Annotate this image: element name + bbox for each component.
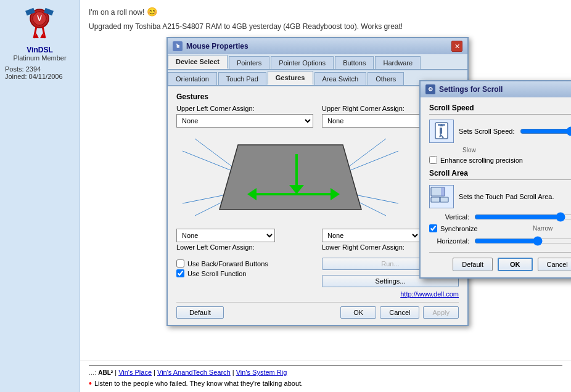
scroll-titlebar-left: ⚙ Settings for Scroll: [425, 84, 503, 94]
lower-left-label: Lower Left Corner Assign:: [176, 243, 313, 251]
horizontal-slider[interactable]: [474, 236, 571, 246]
scroll-function-label: Use Scroll Function: [187, 270, 246, 277]
titlebar-left: 🖱 Mouse Properties: [173, 41, 249, 51]
mouse-tab-bar: Device Select Pointers Pointer Options B…: [168, 54, 467, 70]
footer-quote: Listen to the people who failed. They kn…: [94, 380, 303, 387]
narrow-label: Narrow: [533, 225, 553, 232]
scroll-speed-label: Sets Scroll Speed:: [459, 128, 515, 135]
scroll-area-row: Sets the Touch Pad Scroll Area.: [429, 185, 571, 208]
scroll-speed-row: Sets Scroll Speed:: [429, 120, 571, 143]
lower-assign-row: None Lower Left Corner Assign: None Lowe…: [176, 229, 459, 253]
sync-label: Synchronize: [440, 225, 478, 232]
scroll-dialog-titlebar: ⚙ Settings for Scroll ✕: [421, 81, 571, 97]
svg-rect-11: [440, 128, 442, 134]
lower-right-select[interactable]: None: [322, 229, 421, 242]
tab-gestures[interactable]: Gestures: [268, 71, 313, 85]
horizontal-row: Horizontal:: [429, 236, 571, 246]
sync-checkbox[interactable]: [429, 224, 437, 232]
sidebar: V VinDSL Platinum Member Posts: 2394 Joi…: [0, 0, 80, 392]
user-rank: Platinum Member: [5, 54, 75, 62]
forum-footer: ...: ABL² | Vin's Place | Vin's AnandTec…: [80, 361, 571, 392]
bullet-icon: •: [89, 378, 92, 388]
mouse-dialog-title: Mouse Properties: [186, 42, 249, 51]
gestures-section-title: Gestures: [176, 92, 459, 101]
tab-hardware[interactable]: Hardware: [375, 56, 421, 69]
tab-area-switch[interactable]: Area Switch: [314, 72, 367, 85]
options-row: Use Back/Forward Buttons Use Scroll Func…: [176, 258, 459, 287]
back-forward-row: Use Back/Forward Buttons: [176, 259, 313, 267]
scroll-speed-slider[interactable]: [520, 126, 572, 136]
vertical-row: Vertical:: [429, 212, 571, 222]
user-joined: Joined: 04/11/2006: [5, 73, 75, 80]
ok-cancel-row: OK Cancel Apply: [340, 306, 459, 319]
anandtech-link[interactable]: Vin's AnandTech Search: [157, 369, 231, 376]
scroll-speed-icon: [429, 120, 454, 143]
enhance-label: Enhance scrolling precision: [440, 157, 523, 164]
svg-rect-17: [440, 197, 448, 202]
cancel-button[interactable]: Cancel: [380, 306, 419, 319]
back-forward-checkbox[interactable]: [176, 259, 184, 267]
tab-pointer-options[interactable]: Pointer Options: [271, 56, 334, 69]
system-rig-link[interactable]: Vin's System Rig: [236, 369, 287, 376]
upper-assign-row: Upper Left Corner Assign: None Upper Rig…: [176, 105, 459, 128]
ok-button[interactable]: OK: [340, 306, 376, 319]
footer-prefix: ...:: [89, 369, 98, 376]
lower-left-col: None Lower Left Corner Assign:: [176, 229, 313, 253]
upper-left-label: Upper Left Corner Assign:: [176, 105, 313, 112]
bottom-btn-row: Default OK Cancel Apply: [176, 302, 459, 319]
tab-device-select[interactable]: Device Select: [168, 55, 228, 69]
upper-left-col: Upper Left Corner Assign: None: [176, 105, 313, 128]
scroll-btn-row: Default OK Cancel: [429, 252, 571, 271]
footer-quote-row: • Listen to the people who failed. They …: [89, 378, 562, 388]
horizontal-label: Horizontal:: [429, 237, 469, 245]
scroll-area-icon: [429, 185, 454, 208]
user-posts: Posts: 2394: [5, 65, 75, 73]
post-line2: Upgraded my Toshiba A215-S4807 RAM to 4G…: [89, 21, 562, 33]
apply-button[interactable]: Apply: [423, 306, 459, 319]
slow-label: Slow: [462, 147, 476, 153]
touchpad-graphic-container: [176, 133, 459, 225]
checkboxes-col: Use Back/Forward Buttons Use Scroll Func…: [176, 258, 313, 287]
enhance-checkbox[interactable]: [429, 156, 437, 164]
scroll-function-checkbox[interactable]: [176, 269, 184, 277]
tab-touch-pad[interactable]: Touch Pad: [218, 72, 266, 85]
default-button[interactable]: Default: [176, 306, 224, 319]
svg-text:V: V: [37, 14, 42, 23]
dell-link[interactable]: http://www.dell.com: [400, 290, 459, 298]
sync-row: Synchronize Narrow Wide: [429, 224, 571, 232]
scroll-area-label: Sets the Touch Pad Scroll Area.: [459, 193, 554, 200]
vertical-label: Vertical:: [429, 213, 469, 221]
scroll-area-svg: [430, 186, 453, 207]
post-line1: I'm on a roll now! 😊: [89, 5, 562, 18]
tab-pointers[interactable]: Pointers: [229, 56, 269, 69]
scroll-icon-title: ⚙: [425, 84, 435, 94]
enhance-scroll-row: Enhance scrolling precision: [429, 156, 571, 164]
mouse-dialog-close[interactable]: ✕: [451, 41, 462, 52]
scroll-speed-title: Scroll Speed: [429, 104, 571, 115]
mouse-dialog-titlebar: 🖱 Mouse Properties ✕: [168, 38, 467, 54]
scroll-ok-button[interactable]: OK: [498, 258, 533, 271]
abl-text: ABL²: [98, 369, 113, 376]
scroll-dialog-title: Settings for Scroll: [439, 85, 503, 94]
tab-buttons[interactable]: Buttons: [335, 56, 374, 69]
vins-place-link[interactable]: Vin's Place: [118, 369, 152, 376]
lower-left-select[interactable]: None: [176, 229, 275, 242]
upper-left-select[interactable]: None: [176, 114, 313, 128]
scroll-default-button[interactable]: Default: [453, 258, 493, 271]
touchpad-canvas: [176, 133, 405, 222]
svg-rect-16: [431, 197, 440, 202]
scroll-settings-dialog: ⚙ Settings for Scroll ✕ Scroll Speed: [419, 80, 571, 279]
tab-orientation[interactable]: Orientation: [168, 72, 217, 85]
back-forward-label: Use Back/Forward Buttons: [187, 260, 268, 267]
main-content: I'm on a roll now! 😊 Upgraded my Toshiba…: [80, 0, 571, 392]
scroll-dialog-body: Scroll Speed Sets: [421, 97, 571, 277]
vertical-slider[interactable]: [474, 212, 571, 222]
scroll-cancel-button[interactable]: Cancel: [538, 258, 571, 271]
ribbon-icon: V: [23, 6, 57, 40]
link-row: http://www.dell.com: [176, 290, 459, 298]
tab-others[interactable]: Others: [368, 72, 404, 85]
scroll-area-title: Scroll Area: [429, 169, 571, 180]
mouse-icon: 🖱: [173, 41, 183, 51]
slow-fast-labels: Slow Fast: [429, 147, 571, 153]
scroll-function-row: Use Scroll Function: [176, 269, 313, 277]
